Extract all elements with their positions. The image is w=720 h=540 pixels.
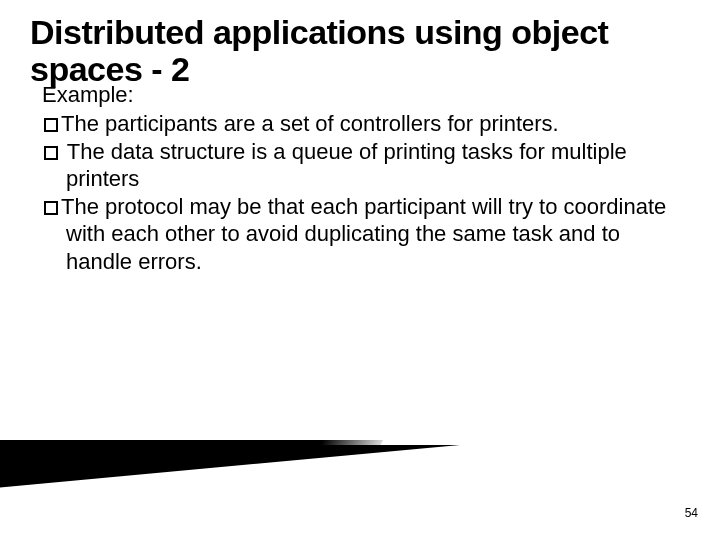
list-item: The protocol may be that each participan… (44, 193, 686, 276)
bullet-text: The data structure is a queue of printin… (61, 139, 627, 192)
black-stripe-icon (0, 440, 383, 452)
list-item: The participants are a set of controller… (44, 110, 686, 138)
bullet-text: The protocol may be that each participan… (61, 194, 666, 274)
list-item: The data structure is a queue of printin… (44, 138, 686, 193)
bullet-list: The participants are a set of controller… (44, 110, 686, 275)
bullet-box-icon (44, 146, 58, 160)
bullet-text: The participants are a set of controller… (61, 111, 559, 136)
slide: Distributed applications using object sp… (0, 0, 720, 540)
decorative-wedges (0, 440, 460, 500)
slide-body: Example: The participants are a set of c… (0, 81, 720, 276)
page-number: 54 (685, 506, 698, 520)
black-wedge-icon (0, 445, 460, 493)
slide-title: Distributed applications using object sp… (0, 0, 720, 89)
bullet-box-icon (44, 201, 58, 215)
bullet-box-icon (44, 118, 58, 132)
